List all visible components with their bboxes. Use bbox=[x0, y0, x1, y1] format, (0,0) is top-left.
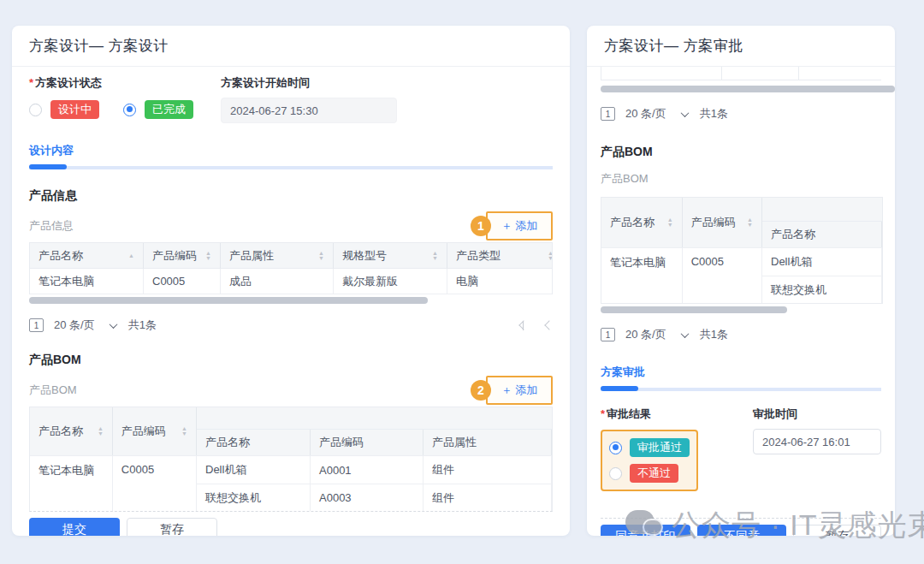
product-info-add-highlight: ＋ 添加 bbox=[486, 211, 553, 240]
cell-product-type: 电脑 bbox=[447, 269, 553, 294]
tab-approval[interactable]: 方案审批 bbox=[601, 365, 645, 388]
approval-panel-title: 方案设计— 方案审批 bbox=[604, 36, 743, 56]
top-pagination: 1 20 条/页 共1条 bbox=[601, 105, 881, 122]
first-page-button[interactable] bbox=[523, 321, 528, 330]
approval-time-label: 审批时间 bbox=[753, 407, 881, 422]
approval-time-input[interactable]: 2024-06-27 16:01 bbox=[753, 429, 881, 454]
approval-bom-table: 产品名称▲▼ 产品编码▲▼ 产品名称 笔记本电脑 C0005 Dell机箱 bbox=[601, 197, 883, 304]
annotation-step-2-badge: 2 bbox=[471, 380, 491, 401]
badge-rejected: 不通过 bbox=[630, 464, 678, 483]
sort-icon[interactable]: ▲▼ bbox=[742, 217, 753, 228]
cell-child-code: A0001 bbox=[311, 456, 424, 484]
footer-divider bbox=[601, 518, 881, 519]
product-info-table: 产品名称▲ 产品编码▲▼ 产品属性▲▼ 规格型号▲▼ 产品类型▲▼ 笔记本电脑 … bbox=[29, 242, 553, 294]
approve-print-button[interactable]: 同意并打印 bbox=[601, 525, 690, 536]
bom-subtitle: 产品BOM bbox=[601, 171, 881, 187]
save-draft-button[interactable]: 暂存 bbox=[793, 525, 881, 536]
submit-button[interactable]: 提交 bbox=[29, 518, 120, 536]
cell-bom-code: C0005 bbox=[113, 456, 197, 511]
col-product-attr[interactable]: 产品属性 bbox=[229, 248, 274, 264]
approval-result-highlight: 审批通过 不通过 bbox=[601, 430, 698, 491]
chevron-down-icon[interactable] bbox=[680, 329, 689, 338]
product-bom-table: 产品名称▲▼ 产品编码▲▼ 产品名称 产品编码 产品属性 笔记本电脑 C0005… bbox=[29, 407, 553, 512]
sort-icon[interactable]: ▲▼ bbox=[200, 251, 211, 261]
sort-icon[interactable]: ▲▼ bbox=[662, 217, 673, 228]
cell-bom-name: 笔记本电脑 bbox=[601, 248, 683, 303]
page-size-select[interactable]: 20 条/页 bbox=[625, 327, 666, 342]
sort-icon[interactable]: ▲▼ bbox=[542, 251, 553, 261]
bom-row: 笔记本电脑 C0005 Dell机箱 A0001 组件 联想交换机 A0003 … bbox=[30, 455, 552, 511]
page-number-icon[interactable]: 1 bbox=[601, 107, 615, 121]
tab-design-content[interactable]: 设计内容 bbox=[29, 143, 74, 166]
chevron-down-icon[interactable] bbox=[109, 320, 117, 329]
design-panel-title: 方案设计— 方案设计 bbox=[29, 36, 169, 56]
approval-time-field: 审批时间 2024-06-27 16:01 bbox=[753, 407, 881, 491]
product-info-title: 产品信息 bbox=[29, 188, 553, 204]
cell-bom-name: 笔记本电脑 bbox=[30, 456, 113, 511]
radio-design-completed[interactable] bbox=[123, 104, 136, 116]
cell-product-code: C0005 bbox=[144, 269, 221, 294]
sort-icon[interactable]: ▲▼ bbox=[427, 251, 438, 261]
cell-child-code: A0003 bbox=[311, 484, 424, 511]
page-number-icon[interactable]: 1 bbox=[601, 328, 615, 341]
design-panel: 方案设计— 方案设计 方案设计状态 设计中 已完成 方案设计开始时间 2024-… bbox=[12, 26, 570, 536]
sort-icon[interactable]: ▲▼ bbox=[176, 426, 187, 436]
sort-icon[interactable]: ▲▼ bbox=[313, 251, 324, 261]
bom-child-row: Dell机箱 A0001 组件 bbox=[197, 456, 552, 484]
approval-tabbar: 方案审批 bbox=[601, 364, 881, 391]
bom-child-row: Dell机箱 bbox=[762, 248, 882, 276]
page-number-icon[interactable]: 1 bbox=[29, 318, 44, 332]
bom-child-row: 联想交换机 bbox=[762, 276, 882, 303]
bom-title: 产品BOM bbox=[601, 145, 881, 160]
bom-nested-header-strip bbox=[197, 407, 552, 430]
product-bom-add-highlight: ＋ 添加 bbox=[486, 376, 553, 405]
page-size-select[interactable]: 20 条/页 bbox=[625, 106, 666, 122]
sort-asc-icon[interactable]: ▲ bbox=[123, 253, 134, 258]
total-count: 共1条 bbox=[128, 318, 157, 333]
radio-reject[interactable] bbox=[609, 467, 622, 480]
horizontal-scrollbar[interactable] bbox=[29, 297, 428, 304]
approval-result-field: 审批结果 审批通过 不通过 bbox=[601, 407, 753, 491]
horizontal-scrollbar[interactable] bbox=[601, 86, 895, 92]
product-bom-title: 产品BOM bbox=[29, 353, 553, 368]
approval-panel: 方案设计— 方案审批 1 20 条/页 共1条 产品BOM 产品BOM 产品名称… bbox=[587, 26, 895, 536]
cell-child-name: 联想交换机 bbox=[197, 484, 311, 511]
product-bom-subtitle: 产品BOM bbox=[29, 383, 77, 398]
col-product-name[interactable]: 产品名称 bbox=[38, 248, 83, 264]
prev-page-button[interactable] bbox=[544, 320, 554, 329]
bom-pagination: 1 20 条/页 共1条 bbox=[601, 326, 881, 343]
col-bom-code[interactable]: 产品编码 bbox=[691, 215, 736, 230]
bom-row: 笔记本电脑 C0005 Dell机箱 联想交换机 bbox=[601, 247, 882, 303]
cell-child-name: Dell机箱 bbox=[762, 248, 882, 276]
col-bom-code[interactable]: 产品编码 bbox=[121, 424, 166, 439]
status-badge-designing: 设计中 bbox=[50, 100, 99, 119]
cell-product-name: 笔记本电脑 bbox=[30, 269, 144, 294]
chevron-down-icon[interactable] bbox=[680, 109, 689, 117]
cell-child-name: 联想交换机 bbox=[762, 276, 882, 303]
design-start-time-field: 方案设计开始时间 2024-06-27 15:30 bbox=[221, 75, 397, 123]
col-product-code[interactable]: 产品编码 bbox=[152, 248, 197, 264]
col-bom-name[interactable]: 产品名称 bbox=[38, 424, 83, 439]
page-size-select[interactable]: 20 条/页 bbox=[54, 318, 95, 333]
radio-approve[interactable] bbox=[609, 442, 622, 454]
col-spec-model[interactable]: 规格型号 bbox=[342, 248, 387, 264]
design-start-time-input[interactable]: 2024-06-27 15:30 bbox=[221, 98, 397, 123]
design-start-time-label: 方案设计开始时间 bbox=[221, 75, 397, 91]
total-count: 共1条 bbox=[700, 106, 728, 122]
col-bom-name[interactable]: 产品名称 bbox=[610, 215, 654, 230]
approval-panel-header: 方案设计— 方案审批 bbox=[587, 26, 895, 67]
bom-nested-header-strip bbox=[762, 198, 882, 222]
design-panel-header: 方案设计— 方案设计 bbox=[12, 26, 570, 67]
save-draft-button[interactable]: 暂存 bbox=[127, 518, 217, 536]
horizontal-scrollbar[interactable] bbox=[601, 306, 787, 313]
truncated-table-fragment bbox=[601, 67, 881, 80]
radio-design-in-progress[interactable] bbox=[29, 104, 42, 116]
col-product-type[interactable]: 产品类型 bbox=[456, 248, 500, 264]
col-bom-child-name: 产品名称 bbox=[197, 430, 311, 455]
disagree-button[interactable]: 不同意 bbox=[697, 525, 787, 536]
approval-result-label: 审批结果 bbox=[601, 407, 753, 422]
product-info-add-button[interactable]: ＋ 添加 bbox=[501, 218, 538, 234]
tab-active-indicator bbox=[601, 386, 638, 391]
sort-icon[interactable]: ▲▼ bbox=[92, 426, 104, 436]
product-bom-add-button[interactable]: ＋ 添加 bbox=[501, 383, 538, 398]
